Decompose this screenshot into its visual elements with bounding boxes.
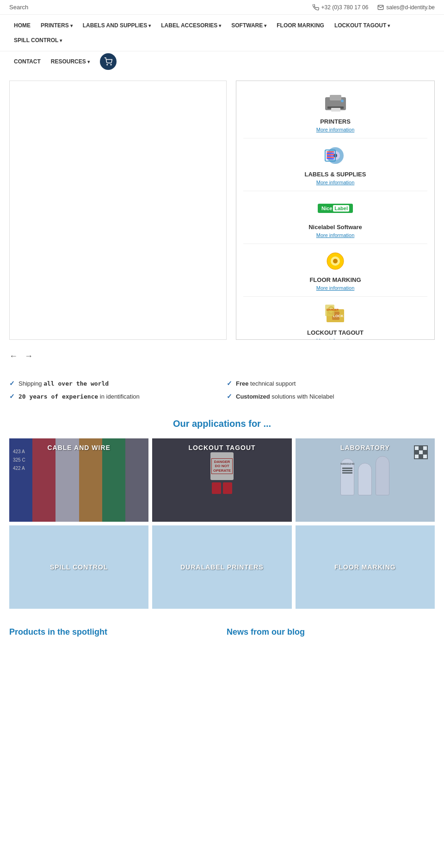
svg-text:LOCK: LOCK [333,314,344,318]
nav-floor-marking[interactable]: FLOOR MARKING [272,19,329,32]
email-address: sales@d-identity.be [386,4,435,11]
svg-point-1 [111,64,111,65]
chevron-down-icon: ▾ [70,23,73,28]
labels-image [321,144,349,167]
feature-shipping: ✓ Shipping all over the world [9,380,217,387]
chevron-down-icon: ▾ [264,23,266,28]
top-bar: Search +32 (0)3 780 17 06 sales@d-identi… [0,0,444,15]
slider-prev-button[interactable]: ← [9,351,18,361]
contact-info: +32 (0)3 780 17 06 sales@d-identity.be [313,4,435,11]
features-right: ✓ Free technical support ✓ Customized so… [227,380,435,400]
phone-icon [313,4,319,11]
nav-spill-control[interactable]: SPILL CONTROL▾ [9,33,67,47]
lockout-link[interactable]: More information [316,338,355,340]
nicelabel-title: Nicelabel Software [308,224,362,231]
slider-controls: ← → [0,347,444,366]
feature-customized-text: Customized solutions with Nicelabel [236,393,334,400]
feature-support: ✓ Free technical support [227,380,435,387]
svg-point-6 [341,100,344,102]
app-card-cable[interactable]: 423 A 325 C 422 A CABLE AND WIRE [9,438,148,522]
chevron-down-icon: ▾ [148,23,151,28]
svg-rect-3 [330,95,341,100]
features-left: ✓ Shipping all over the world ✓ 20 years… [9,380,217,400]
phone-info: +32 (0)3 780 17 06 [313,4,369,11]
app-card-duralabel-label: DURALABEL PRINTERS [152,563,291,571]
right-menu-floor: FLOOR MARKING More information [243,244,427,297]
nav-labels[interactable]: LABELS AND SUPPLIES▾ [78,19,156,32]
nav-bar-row1: HOME PRINTERS▾ LABELS AND SUPPLIES▾ LABE… [0,15,444,51]
nav-resources[interactable]: RESOURCES▾ [46,55,94,69]
floor-title: FLOOR MARKING [309,276,361,283]
blog-section: News from our blog [227,627,435,644]
labels-title: LABELS & SUPPLIES [305,171,366,178]
nav-home[interactable]: HOME [9,19,35,32]
feature-experience: ✓ 20 years of experience in identificati… [9,393,217,400]
app-card-laboratory-label: LABORATORY [296,444,435,451]
cart-button[interactable] [100,53,117,70]
cart-icon [104,57,112,66]
floor-image [321,250,349,273]
main-content: PRINTERS More information LABE [0,74,444,347]
right-menu[interactable]: PRINTERS More information LABE [236,81,435,340]
feature-support-text: Free technical support [236,380,296,387]
spotlight-section: Products in the spotlight [9,627,217,644]
right-menu-nicelabel: NiceLabel Nicelabel Software More inform… [243,191,427,244]
slider-next-button[interactable]: → [25,351,33,361]
app-card-laboratory[interactable]: 500001040 LABOR [296,438,435,522]
feature-customized: ✓ Customized solutions with Nicelabel [227,393,435,400]
phone-number: +32 (0)3 780 17 06 [321,4,369,11]
applications-grid: 423 A 325 C 422 A CABLE AND WIRE DANGERD… [9,438,435,609]
spotlight-title: Products in the spotlight [9,627,217,637]
lockout-image: LOCK DANGER [321,302,349,325]
app-card-spill-label: SPILL CONTROL [9,563,148,571]
hero-slider [9,81,227,340]
chevron-down-icon: ▾ [87,59,90,64]
bottom-section: Products in the spotlight News from our … [0,618,444,658]
feature-experience-text: 20 years of experience in identification [18,393,140,400]
floor-link[interactable]: More information [316,285,355,291]
check-icon: ✓ [9,380,15,387]
nav-software[interactable]: SOFTWARE▾ [227,19,271,32]
app-card-floor[interactable]: FLOOR MARKING [296,525,435,609]
chevron-down-icon: ▾ [60,38,62,43]
app-card-floor-label: FLOOR MARKING [296,563,435,571]
check-icon: ✓ [227,380,232,387]
app-card-duralabel[interactable]: DURALABEL PRINTERS [152,525,291,609]
nav-accessories[interactable]: LABEL ACCESORIES▾ [156,19,226,32]
app-card-lockout-label: LOCKOUT TAGOUT [152,444,291,451]
nicelabel-image: NiceLabel [321,197,349,220]
email-icon [377,4,384,11]
right-menu-labels: LABELS & SUPPLIES More information [243,138,427,191]
applications-section: Our applications for ... 423 A 325 C 422… [0,409,444,618]
chevron-down-icon: ▾ [388,23,390,28]
app-card-lockout[interactable]: DANGERDO NOTOPERATE LOCKOUT TAGOUT [152,438,291,522]
right-menu-printers: PRINTERS More information [243,86,427,138]
app-card-cable-label: CABLE AND WIRE [9,444,148,451]
check-icon: ✓ [9,393,15,400]
email-info: sales@d-identity.be [377,4,435,11]
check-icon: ✓ [227,393,232,400]
feature-shipping-text: Shipping all over the world [18,380,109,387]
features-section: ✓ Shipping all over the world ✓ 20 years… [0,366,444,409]
app-card-spill[interactable]: SPILL CONTROL [9,525,148,609]
nav-printers[interactable]: PRINTERS▾ [36,19,77,32]
blog-title: News from our blog [227,627,435,637]
printers-title: PRINTERS [320,118,351,125]
svg-rect-5 [331,108,340,112]
nav-bar-row2: CONTACT RESOURCES▾ [0,51,444,74]
applications-title: Our applications for ... [9,418,435,429]
printers-link[interactable]: More information [316,127,355,132]
search-label[interactable]: Search [9,4,28,11]
labels-link[interactable]: More information [316,180,355,185]
right-menu-lockout: LOCK DANGER LOCKOUT TAGOUT More informat… [243,297,427,340]
svg-point-0 [107,64,108,65]
svg-text:DANGER: DANGER [327,308,339,311]
chevron-down-icon: ▾ [219,23,221,28]
nav-lockout[interactable]: LOCKOUT TAGOUT▾ [330,19,395,32]
nicelabel-link[interactable]: More information [316,232,355,238]
svg-point-19 [333,259,338,263]
nav-contact[interactable]: CONTACT [9,55,45,69]
lockout-title: LOCKOUT TAGOUT [307,329,364,336]
printers-image [321,91,349,114]
